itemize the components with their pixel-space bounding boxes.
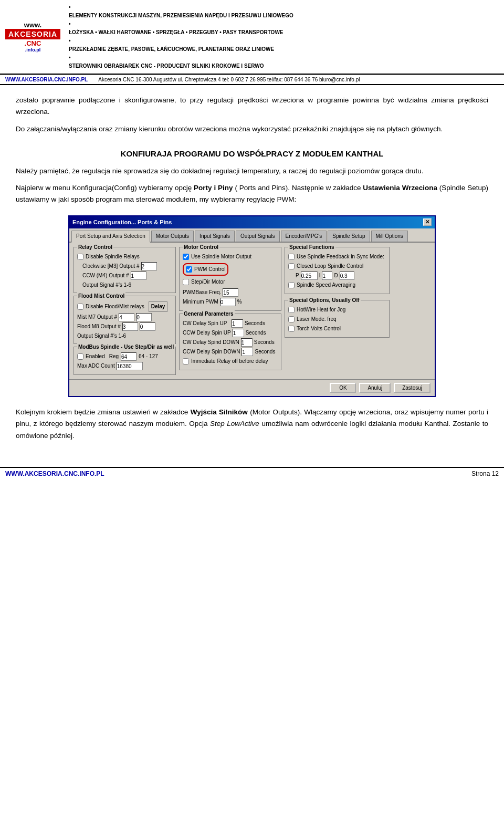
i-label: I: [319, 272, 321, 280]
dialog-titlebar: Engine Configuration... Ports & Pins ✕: [69, 216, 435, 229]
d-input[interactable]: [340, 272, 354, 280]
logo: www. AKCESORIA .CNC .info.pl: [5, 21, 60, 53]
disable-flood-checkbox[interactable]: [77, 304, 83, 310]
modbus-range: 64 - 127: [139, 352, 158, 361]
tabs-bar: Port Setup and Axis Selection Motor Outp…: [69, 228, 435, 243]
modbus-reg-input[interactable]: [121, 352, 136, 361]
pwm-control-checkbox[interactable]: [186, 266, 192, 273]
special-functions-title: Special Functions: [288, 243, 335, 252]
footer-website: WWW.AKCESORIA.CNC.INFO.PL: [5, 470, 104, 477]
logo-akcesoria: www.: [24, 21, 41, 29]
pwm-control-label: PWM Control: [194, 265, 225, 274]
relay-control-content: Disable Spindle Relays Clockwise [M3] Ou…: [77, 253, 172, 289]
close-button[interactable]: ✕: [423, 218, 432, 226]
disable-spindle-relays-row: Disable Spindle Relays: [77, 253, 172, 261]
closed-loop-label: Closed Loop Spindle Control: [297, 262, 363, 270]
cw-spin-down-row: CW Delay Spind DOWN Seconds: [183, 338, 278, 347]
article-para3: Należy pamiętać, że regulacja nie sprowa…: [16, 165, 488, 177]
ccw-spin-down-input[interactable]: [242, 348, 253, 356]
laser-mode-label: Laser Mode. freq: [297, 315, 337, 324]
hotwire-checkbox[interactable]: [288, 307, 295, 313]
p-input[interactable]: [301, 272, 318, 280]
tab-encoder[interactable]: Encoder/MPG's: [281, 231, 327, 242]
feedback-sync-checkbox[interactable]: [288, 254, 295, 260]
dialog-title: Engine Configuration... Ports & Pins: [72, 218, 172, 227]
stepdir-motor-checkbox[interactable]: [183, 279, 189, 285]
tab-output-signals[interactable]: Output Signals: [236, 231, 280, 242]
ccw-spin-up-row: CCW Delay Spin UP Seconds: [183, 329, 278, 337]
tab-input-signals[interactable]: Input Signals: [195, 231, 235, 242]
special-options-content: HotWire Heat for Jog Laser Mode. freq To…: [288, 306, 386, 333]
header: www. AKCESORIA .CNC .info.pl • ELEMENTY …: [0, 0, 504, 75]
special-options-group: Special Options, Usually Off HotWire Hea…: [285, 300, 390, 338]
tab-spindle-setup[interactable]: Spindle Setup: [328, 231, 370, 242]
stepdir-motor-label: Step/Dir Motor: [191, 278, 225, 286]
flood-row: Flood M8 Output #: [77, 322, 172, 331]
cw-spin-up-input[interactable]: [232, 319, 243, 328]
use-spindle-output-checkbox[interactable]: [183, 254, 189, 260]
special-options-title: Special Options, Usually Off: [288, 296, 361, 305]
modbus-content: Enabled Reg 64 - 127 Max ADC Count: [77, 352, 172, 370]
pwm-base-freq-input[interactable]: [223, 288, 238, 297]
tab-port-setup[interactable]: Port Setup and Axis Selection: [71, 231, 150, 243]
speed-averaging-checkbox[interactable]: [288, 282, 295, 288]
disable-spindle-relays-checkbox[interactable]: [77, 254, 83, 260]
d-label: D: [334, 272, 338, 280]
max-adc-input[interactable]: [117, 362, 143, 370]
immediate-relay-checkbox[interactable]: [183, 358, 189, 364]
min-pwm-input[interactable]: [220, 298, 236, 306]
general-params-group: General Parameters CW Delay Spin UP Seco…: [179, 314, 281, 370]
feedback-sync-row: Use Spindle Feedback in Sync Mode:: [288, 253, 386, 261]
flood-mist-title: Flood Mist Control: [77, 292, 125, 300]
ccw-spin-down-label: CCW Delay Spin DOWN: [183, 348, 240, 356]
p-label: P: [296, 272, 299, 280]
clockwise-output-input[interactable]: [141, 262, 157, 270]
relay-control-group: Relay Control Disable Spindle Relays Clo…: [74, 247, 176, 293]
flood-output-input[interactable]: [122, 322, 138, 331]
i-input[interactable]: [322, 272, 332, 280]
motor-control-content: Use Spindle Motor Output PWM Control Ste…: [183, 253, 278, 306]
feedback-sync-label: Use Spindle Feedback in Sync Mode:: [297, 253, 384, 261]
tab-mill-options[interactable]: Mill Options: [371, 231, 408, 242]
min-pwm-label: Minimum PWM: [183, 298, 218, 306]
mist-output-input[interactable]: [119, 313, 134, 321]
footer: WWW.AKCESORIA.CNC.INFO.PL Strona 12: [0, 467, 504, 479]
disable-flood-label: Disable Flood/Mist relays: [86, 303, 144, 311]
output-signals-note: Output Signal #'s 1-6: [82, 281, 172, 289]
ccw-spin-up-input[interactable]: [233, 329, 244, 337]
ccw-spin-up-unit: Seconds: [246, 329, 266, 337]
ccw-output-label: Output #: [109, 272, 129, 280]
modbus-enabled-checkbox[interactable]: [77, 353, 83, 360]
output-hash-label: Output #: [119, 262, 139, 270]
pwm-base-freq-label: PWMBase Freq.: [183, 288, 221, 297]
mist-delay-input[interactable]: [136, 313, 152, 321]
apply-button[interactable]: Zastosuj: [394, 383, 430, 393]
dialog-buttons: OK Anuluj Zastosuj: [69, 379, 435, 396]
cw-spin-down-input[interactable]: [241, 338, 253, 347]
hotwire-row: HotWire Heat for Jog: [288, 306, 386, 314]
footer-page: Strona 12: [471, 470, 499, 477]
ccw-row: CCW (M4) Output #: [82, 272, 172, 280]
ccw-spin-down-unit: Seconds: [255, 348, 275, 356]
address-bar: WWW.AKCESORIA.CNC.INFO.PL Akcesoria CNC …: [0, 75, 504, 85]
ok-button[interactable]: OK: [330, 383, 356, 393]
closed-loop-checkbox[interactable]: [288, 263, 295, 269]
article-para1: zostało poprawnie podłączone i skonfigur…: [16, 95, 488, 118]
modbus-reg-label: Reg: [109, 352, 119, 361]
relay-control-title: Relay Control: [77, 243, 113, 252]
delay-label: Delay: [149, 301, 168, 312]
mid-panel: Motor Control Use Spindle Motor Output P…: [179, 247, 281, 375]
laser-mode-checkbox[interactable]: [288, 316, 295, 322]
stepdir-motor-row: Step/Dir Motor: [183, 278, 278, 286]
cancel-button[interactable]: Anuluj: [359, 383, 391, 393]
ccw-output-input[interactable]: [131, 272, 146, 280]
hotwire-label: HotWire Heat for Jog: [297, 306, 345, 314]
cw-spin-down-label: CW Delay Spind DOWN: [183, 338, 239, 347]
tab-motor-outputs[interactable]: Motor Outputs: [151, 231, 194, 242]
bottom-article: Kolejnym krokiem będzie zmiana ustawień …: [16, 406, 488, 442]
flood-delay-input[interactable]: [140, 322, 155, 331]
torch-volts-checkbox[interactable]: [288, 326, 295, 332]
torch-volts-row: Torch Volts Control: [288, 325, 386, 333]
address-details: Akcesoria CNC 16-300 Augustów ul. Chrept…: [98, 77, 360, 82]
general-params-title: General Parameters: [183, 310, 235, 318]
